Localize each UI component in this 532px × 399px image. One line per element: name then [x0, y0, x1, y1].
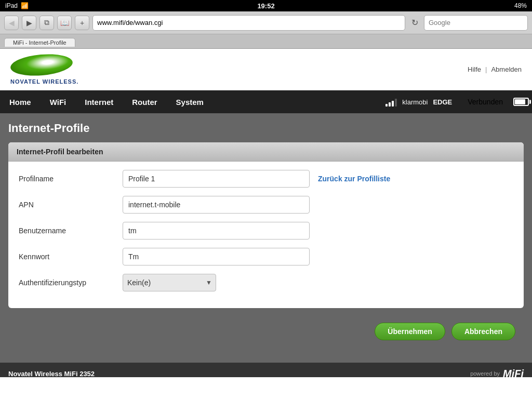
footer-device-name: Novatel Wireless MiFi 2352: [8, 370, 95, 378]
signal-bar-4: [395, 99, 397, 107]
back-button[interactable]: ◀: [4, 16, 19, 30]
input-group-benutzername: [123, 222, 513, 240]
input-benutzername[interactable]: [123, 222, 310, 240]
form-row-kennwort: Kennwort: [19, 248, 513, 265]
input-group-apn: [123, 196, 513, 214]
label-benutzername: Benutzername: [19, 227, 123, 235]
nav-wifi[interactable]: WiFi: [41, 90, 76, 113]
label-profilname: Profilname: [19, 175, 123, 183]
auth-select[interactable]: Kein(e) PAP CHAP: [123, 274, 216, 291]
nav-home[interactable]: Home: [0, 90, 41, 113]
battery-percent: 48%: [514, 2, 527, 9]
input-apn[interactable]: [123, 196, 310, 214]
form-body: Profilname Zurück zur Profilliste APN Be…: [8, 162, 524, 308]
signal-bar-3: [392, 101, 394, 107]
time-display: 19:52: [257, 2, 274, 10]
network-type-label: EDGE: [433, 98, 452, 106]
form-row-benutzername: Benutzername: [19, 222, 513, 240]
label-kennwort: Kennwort: [19, 252, 123, 261]
browser-bar: ◀ ▶ ⧉ 📖 + ↻: [0, 11, 532, 34]
signal-area: klarmobi EDGE: [380, 97, 457, 107]
battery-status: 48%: [514, 2, 527, 9]
auth-select-wrapper: Kein(e) PAP CHAP ▼: [123, 274, 216, 291]
signal-bar-2: [389, 102, 391, 107]
nav-router[interactable]: Router: [123, 90, 166, 113]
nav-system[interactable]: System: [167, 90, 213, 113]
page-title: Internet-Profile: [8, 122, 524, 135]
logout-link[interactable]: Abmelden: [491, 65, 522, 73]
label-auth: Authentifizierungstyp: [19, 278, 123, 287]
input-group-profilname: Zurück zur Profilliste: [123, 170, 513, 188]
form-card: Internet-Profil bearbeiten Profilname Zu…: [8, 142, 524, 308]
status-bar: iPad 📶 19:52 48%: [0, 0, 532, 11]
form-row-apn: APN: [19, 196, 513, 214]
google-search-input[interactable]: [424, 15, 528, 31]
help-link[interactable]: Hilfe: [468, 65, 481, 73]
signal-bar-1: [385, 104, 388, 107]
form-row-profilname: Profilname Zurück zur Profilliste: [19, 170, 513, 188]
cancel-button[interactable]: Abbrechen: [451, 323, 515, 340]
carrier-label: klarmobi: [402, 98, 428, 106]
nav-internet[interactable]: Internet: [75, 90, 123, 113]
footer-right: powered by MiFi: [470, 368, 524, 378]
main-content: Internet-Profile Internet-Profil bearbei…: [0, 113, 532, 363]
refresh-button[interactable]: ↻: [408, 16, 421, 30]
battery-fill: [515, 99, 525, 104]
tab-bar: MiFi - Internet-Profile: [0, 34, 532, 49]
browser-tab[interactable]: MiFi - Internet-Profile: [4, 38, 75, 47]
forward-button[interactable]: ▶: [22, 16, 36, 30]
form-row-auth: Authentifizierungstyp Kein(e) PAP CHAP ▼: [19, 274, 513, 291]
mifi-brand-logo: MiFi: [503, 368, 524, 378]
add-tab-button[interactable]: +: [75, 16, 89, 30]
wifi-icon: 📶: [21, 2, 29, 9]
label-apn: APN: [19, 201, 123, 209]
page-header: NOVATEL WIRELESS. Hilfe | Abmelden: [0, 49, 532, 90]
powered-by-text: powered by: [470, 370, 500, 377]
header-divider: |: [485, 65, 487, 73]
header-links: Hilfe | Abmelden: [468, 65, 522, 73]
signal-bars-icon: [385, 97, 397, 107]
apply-button[interactable]: Übernehmen: [375, 323, 445, 340]
button-row: Übernehmen Abbrechen: [8, 318, 524, 344]
logo-text: NOVATEL WIRELESS.: [10, 78, 78, 85]
tab-title: MiFi - Internet-Profile: [13, 39, 66, 46]
back-to-list-link[interactable]: Zurück zur Profilliste: [318, 175, 390, 183]
form-card-header: Internet-Profil bearbeiten: [8, 142, 524, 162]
bookmarks-button[interactable]: 📖: [57, 16, 72, 30]
page-content: NOVATEL WIRELESS. Hilfe | Abmelden Home …: [0, 49, 532, 377]
input-group-kennwort: [123, 248, 513, 265]
nav-items: Home WiFi Internet Router System: [0, 90, 213, 113]
tabs-button[interactable]: ⧉: [39, 16, 54, 30]
connection-status: Verbunden: [457, 98, 513, 106]
input-profilname[interactable]: [123, 170, 310, 188]
novatel-logo: [9, 51, 73, 77]
url-input[interactable]: [92, 15, 405, 31]
input-kennwort[interactable]: [123, 248, 310, 265]
battery-icon: [513, 98, 529, 106]
logo-container: NOVATEL WIRELESS.: [10, 55, 78, 85]
nav-bar: Home WiFi Internet Router System klarmob…: [0, 90, 532, 113]
ipad-label: iPad: [5, 2, 18, 9]
footer: Novatel Wireless MiFi 2352 powered by Mi…: [0, 363, 532, 377]
